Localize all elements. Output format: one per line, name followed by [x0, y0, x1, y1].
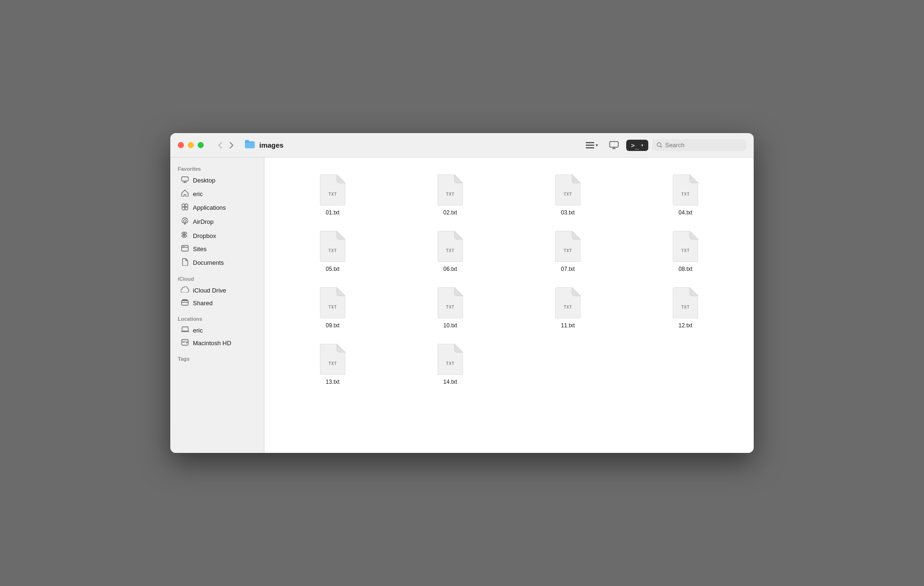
sidebar-item-eric-location[interactable]: eric — [173, 324, 261, 336]
eric-location-label: eric — [193, 327, 203, 334]
tags-section-label: Tags — [170, 353, 264, 364]
file-item-f01[interactable]: TXT 01.txt — [274, 167, 391, 223]
locations-section-label: Locations — [170, 313, 264, 324]
search-input[interactable] — [665, 142, 741, 149]
sidebar-item-macintosh-hd[interactable]: Macintosh HD — [173, 337, 261, 349]
svg-text:TXT: TXT — [564, 192, 572, 197]
svg-rect-14 — [184, 246, 185, 247]
shared-label: Shared — [193, 300, 213, 307]
file-item-f13[interactable]: TXT 13.txt — [274, 336, 391, 393]
txt-file-icon: TXT — [673, 231, 698, 262]
svg-text:TXT: TXT — [681, 192, 690, 197]
file-label-f11: 11.txt — [561, 322, 574, 329]
file-grid: TXT 01.txt TXT 02.txt TXT 03 — [264, 158, 754, 453]
svg-text:TXT: TXT — [328, 305, 337, 309]
documents-icon — [181, 258, 189, 267]
file-item-f04[interactable]: TXT 04.txt — [627, 167, 744, 223]
sidebar-item-sites[interactable]: Sites — [173, 243, 261, 255]
txt-file-icon: TXT — [555, 174, 581, 206]
txt-file-icon: TXT — [320, 287, 345, 318]
file-label-f08: 08.txt — [678, 266, 692, 272]
home-icon — [181, 190, 189, 198]
maximize-button[interactable] — [198, 142, 204, 148]
sites-icon — [181, 245, 189, 253]
svg-rect-15 — [182, 301, 188, 305]
file-item-f05[interactable]: TXT 05.txt — [274, 223, 391, 280]
svg-point-18 — [186, 342, 188, 343]
back-button[interactable] — [215, 140, 225, 151]
file-item-f11[interactable]: TXT 11.txt — [509, 280, 627, 336]
folder-name-label: images — [259, 141, 284, 149]
content-area: Favorites Desktop eric — [170, 158, 754, 453]
sidebar-item-airdrop[interactable]: AirDrop — [173, 215, 261, 229]
view-monitor-button[interactable] — [605, 139, 622, 151]
svg-text:TXT: TXT — [564, 248, 572, 253]
terminal-label: >_ — [631, 142, 639, 149]
svg-text:TXT: TXT — [681, 305, 690, 309]
traffic-lights — [178, 142, 204, 148]
sidebar-item-shared[interactable]: Shared — [173, 297, 261, 309]
terminal-button[interactable]: >_ ▾ — [626, 140, 648, 151]
file-label-f09: 09.txt — [326, 322, 339, 329]
file-item-f07[interactable]: TXT 07.txt — [509, 223, 627, 280]
svg-text:TXT: TXT — [446, 305, 454, 309]
svg-rect-5 — [182, 177, 188, 181]
dropbox-icon — [181, 231, 189, 240]
minimize-button[interactable] — [188, 142, 194, 148]
file-item-f02[interactable]: TXT 02.txt — [391, 167, 509, 223]
favorites-section-label: Favorites — [170, 163, 264, 174]
txt-file-icon: TXT — [320, 344, 345, 375]
sites-label: Sites — [193, 245, 207, 253]
shared-icon — [181, 299, 189, 307]
laptop-icon — [181, 326, 189, 334]
search-icon — [657, 142, 662, 148]
svg-rect-3 — [610, 142, 618, 147]
svg-rect-13 — [183, 246, 183, 247]
file-label-f03: 03.txt — [561, 209, 574, 216]
file-label-f13: 13.txt — [326, 379, 339, 385]
sidebar-item-applications[interactable]: Applications — [173, 201, 261, 214]
close-button[interactable] — [178, 142, 184, 148]
svg-rect-16 — [182, 327, 188, 331]
svg-text:TXT: TXT — [446, 248, 454, 253]
file-label-f14: 14.txt — [443, 379, 457, 385]
forward-button[interactable] — [226, 140, 237, 151]
file-label-f02: 02.txt — [443, 209, 457, 216]
txt-file-icon: TXT — [438, 287, 463, 318]
icloud-section-label: iCloud — [170, 273, 264, 284]
sidebar: Favorites Desktop eric — [170, 158, 264, 453]
sidebar-item-dropbox[interactable]: Dropbox — [173, 229, 261, 242]
applications-icon — [181, 203, 189, 212]
file-label-f06: 06.txt — [443, 266, 457, 272]
file-item-f06[interactable]: TXT 06.txt — [391, 223, 509, 280]
txt-file-icon: TXT — [555, 231, 581, 262]
file-item-f03[interactable]: TXT 03.txt — [509, 167, 627, 223]
svg-text:TXT: TXT — [328, 361, 337, 366]
sidebar-item-documents[interactable]: Documents — [173, 256, 261, 269]
file-item-f09[interactable]: TXT 09.txt — [274, 280, 391, 336]
svg-point-10 — [183, 220, 186, 222]
toolbar-right: ▾ >_ ▾ — [582, 139, 746, 151]
file-label-f07: 07.txt — [561, 266, 574, 272]
file-label-f10: 10.txt — [443, 322, 457, 329]
file-item-f10[interactable]: TXT 10.txt — [391, 280, 509, 336]
txt-file-icon: TXT — [438, 174, 463, 206]
svg-text:TXT: TXT — [564, 305, 572, 309]
svg-rect-2 — [586, 147, 594, 149]
svg-text:TXT: TXT — [681, 248, 690, 253]
toolbar: images ▾ >_ ▾ — [170, 133, 754, 158]
file-item-f12[interactable]: TXT 12.txt — [627, 280, 744, 336]
svg-rect-1 — [586, 144, 594, 146]
file-item-f08[interactable]: TXT 08.txt — [627, 223, 744, 280]
view-chevron-icon: ▾ — [596, 143, 598, 148]
sidebar-item-desktop[interactable]: Desktop — [173, 174, 261, 187]
folder-icon — [244, 139, 255, 151]
svg-text:TXT: TXT — [328, 192, 337, 197]
sidebar-item-icloud-drive[interactable]: iCloud Drive — [173, 284, 261, 296]
file-item-f14[interactable]: TXT 14.txt — [391, 336, 509, 393]
macintosh-hd-label: Macintosh HD — [193, 340, 231, 347]
view-list-button[interactable]: ▾ — [582, 140, 602, 151]
harddrive-icon — [181, 339, 189, 347]
sidebar-item-eric[interactable]: eric — [173, 187, 261, 200]
desktop-icon — [181, 176, 189, 184]
